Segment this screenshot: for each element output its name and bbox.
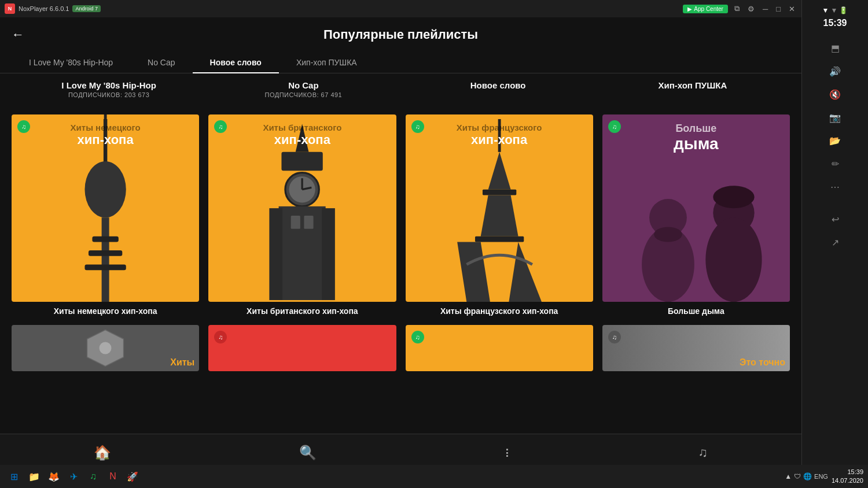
search-icon: 🔍 (299, 445, 317, 461)
subscriber-name-3: Хип-хоп ПУШКА (595, 80, 790, 90)
app-area: ← Популярные плейлисты I Love My '80s Hi… (0, 17, 801, 471)
tab-3[interactable]: Хип-хоп ПУШКА (279, 52, 374, 73)
subscriber-item-0: I Love My '80s Hip-Hop ПОДПИСЧИКОВ: 203 … (12, 80, 206, 98)
playlist-thumb-3: ♫ Больше дыма (602, 114, 790, 302)
nox-topbar: N NoxPlayer 6.6.0.1 Android 7 ▶ App Cent… (0, 0, 801, 17)
svg-rect-5 (89, 250, 122, 256)
play-icon: ▶ (687, 6, 692, 12)
tab-1[interactable]: No Cap (130, 52, 192, 73)
svg-rect-16 (270, 208, 283, 300)
bottom-card-0[interactable]: Хиты (12, 325, 199, 371)
right-sidebar: ▼ ▼ 🔋 15:39 ⬒ 🔊 🔇 📷 📂 ✏ ⋯ ↩ ↗ (801, 0, 868, 488)
sys-shield-icon[interactable]: 🛡 (794, 472, 801, 480)
subscriber-row: I Love My '80s Hip-Hop ПОДПИСЧИКОВ: 203 … (0, 73, 801, 105)
win-time: 15:39 (832, 468, 863, 476)
bottom-thumb-1: ♫ (208, 325, 396, 371)
nox-minimize-icon[interactable]: ─ (761, 5, 770, 13)
nav-search[interactable]: 🔍 (299, 445, 317, 461)
thumb-line1-1: Хиты британского (208, 123, 396, 132)
library-icon: ⫶ (504, 445, 510, 460)
subscriber-name-0: I Love My '80s Hip-Hop (12, 80, 206, 90)
nox-window-icon[interactable]: ⧉ (733, 4, 741, 13)
svg-marker-21 (480, 195, 518, 236)
taskbar-spotify[interactable]: ♫ (84, 468, 102, 485)
taskbar-nox[interactable]: N (104, 468, 122, 485)
tab-0[interactable]: I Love My '80s Hip-Hop (12, 52, 130, 73)
bottom-thumb-2: ♫ (406, 325, 593, 371)
playlist-card-3[interactable]: ♫ Больше дыма (602, 114, 790, 316)
playlist-card-1[interactable]: ♫ Хиты британского хип-хопа (208, 114, 396, 316)
battery-icon: 🔋 (839, 6, 848, 14)
win-taskbar-right: ▲ 🛡 🌐 ENG 15:39 14.07.2020 (785, 468, 863, 486)
taskbar-explorer[interactable]: 📁 (25, 468, 43, 485)
playlist-card-0[interactable]: ♫ Хиты немецкого хип-хопа (12, 114, 199, 316)
nox-logo: N (5, 3, 15, 14)
nox-settings-icon[interactable]: ⚙ (746, 5, 756, 13)
sidebar-icon-8[interactable]: ↩ (823, 208, 847, 231)
home-icon: 🏠 (94, 445, 111, 461)
playlist-thumb-1: ♫ Хиты британского хип-хопа (208, 114, 396, 302)
people-svg (602, 114, 790, 302)
sidebar-icon-2[interactable]: 🔊 (823, 60, 847, 83)
sidebar-icon-9[interactable]: ↗ (823, 231, 847, 254)
svg-point-32 (100, 342, 112, 354)
thumb-line2-0: хип-хопа (12, 132, 199, 147)
subscriber-name-1: No Cap (206, 80, 400, 90)
svg-point-29 (705, 217, 762, 302)
taskbar-app5[interactable]: 🚀 (124, 468, 141, 485)
nav-home[interactable]: 🏠 (94, 445, 111, 461)
android-badge: Android 7 (72, 5, 101, 12)
spotify-icon-bottom-3: ♫ (608, 331, 621, 343)
subscriber-count-1: ПОДПИСЧИКОВ: 67 491 (206, 91, 400, 98)
app-center-button[interactable]: ▶ App Center (683, 5, 728, 13)
bottom-card-1[interactable]: ♫ (208, 325, 396, 371)
nox-topbar-right: ▶ App Center ⧉ ⚙ ─ □ ✕ (683, 4, 797, 13)
win-start-button[interactable]: ⊞ (5, 467, 23, 486)
taskbar-telegram[interactable]: ✈ (65, 468, 82, 485)
page-title: Популярные плейлисты (323, 27, 478, 42)
bottom-card-2[interactable]: ♫ (406, 325, 593, 371)
svg-rect-20 (482, 190, 516, 195)
svg-marker-19 (488, 152, 510, 190)
win-sys-icons: ▲ 🛡 🌐 ENG (785, 472, 828, 480)
thumb-line2-2: хип-хопа (406, 132, 593, 147)
svg-rect-6 (84, 264, 126, 270)
svg-rect-8 (282, 152, 323, 171)
sys-net-icon[interactable]: 🌐 (803, 472, 812, 480)
tab-2[interactable]: Новое слово (193, 52, 279, 73)
sidebar-icons-group: ⬒ 🔊 🔇 📷 📂 ✏ ⋯ ↩ ↗ (823, 36, 847, 254)
svg-point-1 (84, 161, 126, 217)
sidebar-icon-3[interactable]: 🔇 (823, 83, 847, 106)
wifi-icon: ▼ (822, 6, 829, 14)
playlist-label-0: Хиты немецкого хип-хопа (12, 306, 199, 316)
svg-rect-15 (304, 216, 314, 229)
playlist-label-3: Больше дыма (602, 306, 790, 316)
nav-spotify[interactable]: ♫ (698, 445, 708, 460)
sidebar-icon-1[interactable]: ⬒ (823, 36, 847, 60)
svg-rect-22 (475, 236, 523, 242)
playlist-card-2[interactable]: ♫ Хиты французского хип-хопа (406, 114, 593, 316)
bottom-label-3: Это точно (740, 357, 785, 368)
nox-restore-icon[interactable]: □ (774, 5, 782, 13)
sys-arrow-icon[interactable]: ▲ (785, 472, 792, 480)
tabs-bar: I Love My '80s Hip-Hop No Cap Новое слов… (0, 52, 801, 73)
bottom-thumb-3: ♫ Это точно (602, 325, 790, 371)
app-center-label: App Center (694, 6, 723, 12)
hexagon-svg (85, 328, 126, 368)
bottom-card-3[interactable]: ♫ Это точно (602, 325, 790, 371)
sidebar-icon-6[interactable]: ✏ (823, 152, 847, 175)
playlist-grid: ♫ Хиты немецкого хип-хопа (0, 105, 801, 325)
taskbar-firefox[interactable]: 🦊 (45, 468, 62, 485)
subscriber-item-3: Хип-хоп ПУШКА (595, 80, 790, 98)
sidebar-icon-5[interactable]: 📂 (823, 129, 847, 152)
nox-close-icon[interactable]: ✕ (787, 5, 797, 13)
sidebar-icon-4[interactable]: 📷 (823, 106, 847, 129)
spotify-icon-bottom-1: ♫ (214, 331, 227, 343)
nox-title: NoxPlayer 6.6.0.1 (19, 5, 69, 12)
nav-library[interactable]: ⫶ (504, 445, 510, 460)
win-date: 14.07.2020 (832, 476, 863, 485)
spotify-nav-icon: ♫ (698, 445, 708, 460)
back-button[interactable]: ← (12, 27, 24, 42)
sidebar-icon-7[interactable]: ⋯ (823, 175, 847, 198)
nox-topbar-left: N NoxPlayer 6.6.0.1 Android 7 (5, 3, 101, 14)
